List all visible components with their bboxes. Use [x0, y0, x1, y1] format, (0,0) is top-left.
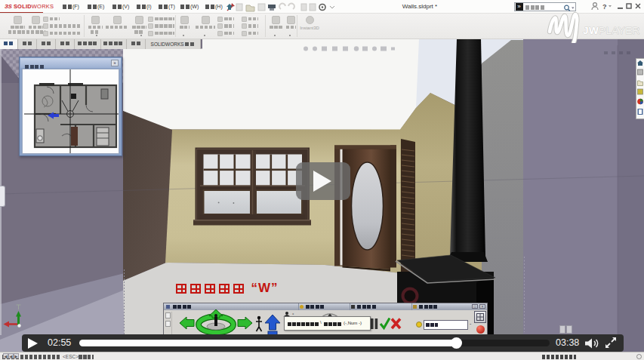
svg-text:JWPLAYER: JWPLAYER	[583, 25, 640, 36]
